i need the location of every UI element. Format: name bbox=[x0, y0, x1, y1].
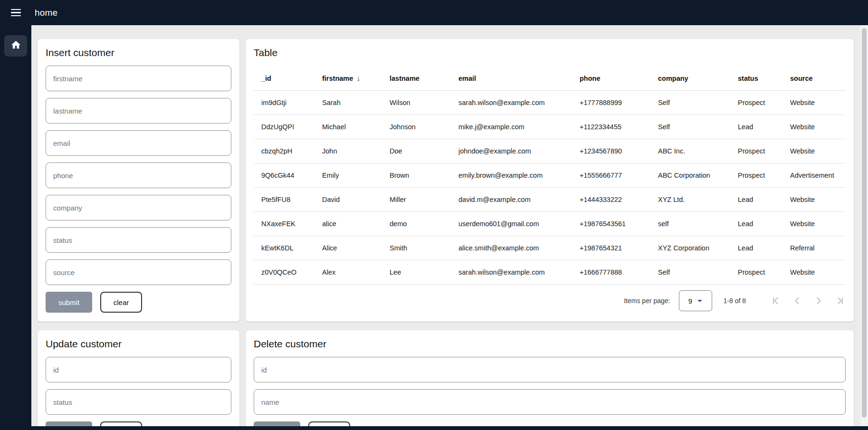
insert-clear-button[interactable]: clear bbox=[100, 292, 142, 313]
table-header-row: _id firstname↓ lastname email phone comp… bbox=[254, 66, 846, 91]
menu-icon[interactable] bbox=[11, 7, 21, 19]
company-input[interactable] bbox=[46, 195, 231, 220]
paginator: Items per page: 9 1-8 of 8 bbox=[624, 290, 846, 311]
column-header-phone[interactable]: phone bbox=[572, 66, 650, 91]
paginator-nav bbox=[760, 295, 846, 306]
main-content: Insert customer submit clear Table _id f… bbox=[31, 25, 860, 426]
update-id-input[interactable] bbox=[46, 357, 231, 382]
table-row: 9Q6cGk44Emily Brownemily.brown@example.c… bbox=[254, 163, 846, 188]
column-header-id[interactable]: _id bbox=[254, 66, 315, 91]
table-row: kEwtK6DLAlice Smithalice.smith@example.c… bbox=[254, 236, 846, 260]
delete-clear-button[interactable]: clear bbox=[308, 421, 350, 426]
table-row: NXaxeFEKalice demouserdemo601@gmail.com … bbox=[254, 212, 846, 236]
delete-submit-button[interactable]: submit bbox=[254, 421, 300, 426]
next-page-icon[interactable] bbox=[813, 295, 824, 306]
update-clear-button[interactable]: clear bbox=[100, 421, 142, 426]
phone-input[interactable] bbox=[46, 162, 231, 188]
insert-card-title: Insert customer bbox=[46, 47, 231, 58]
first-page-icon[interactable] bbox=[770, 295, 782, 306]
column-header-status[interactable]: status bbox=[730, 66, 782, 91]
table-row: im9dGtjiSarah Wilsonsarah.wilson@example… bbox=[254, 91, 846, 115]
scrollbar-thumb[interactable] bbox=[862, 28, 867, 418]
sidebar-item-home[interactable] bbox=[4, 35, 27, 57]
items-per-page-label: Items per page: bbox=[624, 297, 670, 305]
chevron-down-icon bbox=[697, 300, 702, 302]
delete-card-title: Delete customer bbox=[254, 338, 846, 350]
delete-name-input[interactable] bbox=[254, 389, 846, 415]
table-row: cbzqh2pHJohn Doejohndoe@example.com +123… bbox=[254, 139, 846, 163]
last-page-icon[interactable] bbox=[834, 295, 846, 306]
items-per-page-select[interactable]: 9 bbox=[679, 290, 712, 311]
page-title: home bbox=[35, 8, 57, 18]
delete-id-input[interactable] bbox=[254, 357, 846, 382]
top-app-bar: home bbox=[0, 0, 868, 25]
previous-page-icon[interactable] bbox=[792, 295, 803, 306]
table-row: z0V0QCeOAlex Leesarah.wilson@example.com… bbox=[254, 260, 846, 285]
update-customer-card: Update customer submit clear bbox=[38, 330, 239, 426]
status-input[interactable] bbox=[46, 227, 231, 253]
lastname-input[interactable] bbox=[46, 98, 231, 124]
delete-customer-card: Delete customer submit clear bbox=[246, 330, 854, 426]
insert-customer-card: Insert customer submit clear bbox=[38, 39, 239, 322]
sort-desc-icon: ↓ bbox=[356, 74, 360, 82]
table-card: Table _id firstname↓ lastname email phon… bbox=[246, 39, 854, 322]
column-header-firstname[interactable]: firstname↓ bbox=[315, 66, 382, 91]
items-per-page-value: 9 bbox=[688, 297, 692, 305]
page-range-label: 1-8 of 8 bbox=[724, 297, 746, 305]
home-icon bbox=[10, 39, 21, 52]
column-header-email[interactable]: email bbox=[451, 66, 572, 91]
page-scrollbar bbox=[860, 25, 868, 426]
update-status-input[interactable] bbox=[46, 389, 231, 415]
sidebar bbox=[0, 25, 31, 430]
firstname-input[interactable] bbox=[46, 66, 231, 91]
table-row: Pte5fFU8David Millerdavid.m@example.com … bbox=[254, 188, 846, 212]
column-header-lastname[interactable]: lastname bbox=[382, 66, 451, 91]
update-submit-button[interactable]: submit bbox=[46, 421, 92, 426]
source-input[interactable] bbox=[46, 259, 231, 285]
column-header-source[interactable]: source bbox=[782, 66, 846, 91]
update-card-title: Update customer bbox=[46, 338, 231, 350]
insert-submit-button[interactable]: submit bbox=[46, 292, 92, 313]
table-card-title: Table bbox=[254, 47, 846, 58]
table-row: DdzUgQPIMichael Johnsonmike.j@example.co… bbox=[254, 115, 846, 139]
column-header-company[interactable]: company bbox=[650, 66, 730, 91]
customers-table: _id firstname↓ lastname email phone comp… bbox=[254, 66, 846, 285]
email-input[interactable] bbox=[46, 130, 231, 156]
